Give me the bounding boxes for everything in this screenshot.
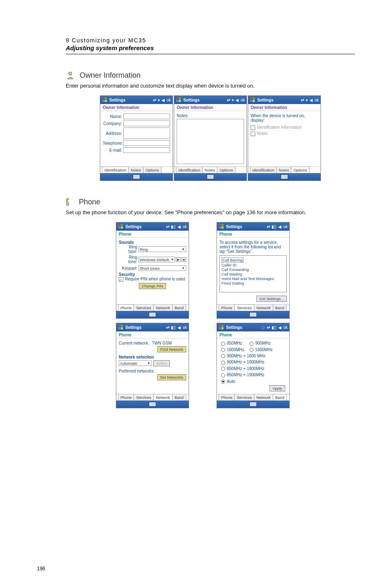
ok-button[interactable]: ok [283,325,288,330]
band-radio-850-1800[interactable] [221,367,225,371]
band-radio-850-1900[interactable] [221,373,225,377]
list-item[interactable]: Call Barring [221,257,244,263]
set-networks-button[interactable]: Set Networks [157,374,187,380]
loading-icon: ◌ [261,325,265,330]
owner-ident-body: Name: Company: Address: Telephone: E-mai… [100,111,173,167]
email-field[interactable] [123,147,170,153]
band-label: 1900MHz [255,347,273,352]
tab-phone[interactable]: Phone [118,304,134,311]
get-settings-button[interactable]: Get Settings... [256,296,287,302]
company-field[interactable] [123,120,170,126]
list-item[interactable]: Voice Mail and Text Messages [221,276,274,281]
network-mode-select[interactable]: Automatic [119,360,152,366]
apply-button[interactable]: Apply [270,385,285,391]
tab-phone[interactable]: Phone [219,394,235,400]
ident-info-checkbox[interactable] [251,125,255,130]
tab-network[interactable]: Network [153,304,173,311]
ok-button[interactable]: ok [182,325,187,330]
keyboard-icon[interactable] [207,174,214,179]
tab-services[interactable]: Services [234,394,254,400]
tab-band[interactable]: Band [172,304,186,311]
band-radio-900-1800[interactable] [221,354,225,358]
band-radio-900-1900[interactable] [221,361,225,365]
list-item[interactable]: Fixed Dialing [221,281,244,285]
ok-button[interactable]: ok [166,98,171,102]
keyboard-icon[interactable] [149,402,156,407]
address-field[interactable] [123,127,170,139]
ok-button[interactable]: ok [283,225,288,229]
stop-icon[interactable]: ■ [182,257,186,262]
phone-sounds-body: Sounds Ring type:Ring Ring tone:Windows … [116,238,189,304]
system-tray: ⇄ ▾ ◀ ok [301,98,319,102]
band-radio-850[interactable] [221,342,225,346]
svg-rect-28 [221,327,224,329]
ok-button[interactable]: ok [182,225,187,229]
band-label: 850MHz + 1900MHz [227,373,264,377]
band-radio-900[interactable] [249,342,254,346]
signal-icon: ▮▯ [272,225,277,229]
phone-band-body: 850MHz 900MHz 1800MHz 1900MHz 900MHz + 1… [217,338,289,394]
ringtone-select[interactable]: Windows Default [138,257,175,262]
soft-input-bar [100,173,173,181]
tab-band[interactable]: Band [273,394,287,400]
list-item[interactable]: Caller ID [221,263,237,267]
tab-band[interactable]: Band [273,304,287,311]
services-listbox[interactable]: Call Barring Caller ID Call Forwarding C… [219,255,287,292]
svg-rect-11 [250,100,252,102]
tab-network[interactable]: Network [254,304,273,311]
keyboard-icon[interactable] [281,174,288,179]
tab-identification[interactable]: Identification [176,167,203,173]
tab-identification[interactable]: Identification [102,167,129,173]
tab-notes[interactable]: Notes [202,167,217,173]
volume-icon: ◀ [278,225,281,229]
play-icon[interactable]: ▶ [176,257,181,262]
tab-notes[interactable]: Notes [276,167,291,173]
svg-rect-16 [121,227,123,229]
ok-button[interactable]: ok [240,98,245,102]
keypad-select[interactable]: Short tones [138,265,186,271]
band-radio-1800[interactable] [221,348,225,352]
keyboard-icon[interactable] [133,174,140,179]
notes-textarea[interactable] [177,119,244,164]
list-item[interactable]: Call Forwarding [221,267,249,272]
connectivity-icon: ⇄ [267,225,270,229]
header-chapter: 9 Customizing your MC35 [66,37,355,44]
titlebar: Settings ⇄▮▯◀ok [116,222,189,231]
tab-services[interactable]: Services [134,304,153,311]
tab-services[interactable]: Services [134,394,153,400]
phone-services-body: To access settings for a service, select… [217,238,289,304]
tab-network[interactable]: Network [254,394,273,400]
band-label: 900MHz + 1800 MHz [227,354,265,358]
require-pin-checkbox[interactable] [119,277,123,282]
ok-button[interactable]: ok [314,98,319,102]
band-label: Auto [227,379,235,384]
name-field[interactable] [123,113,170,119]
page-header: 9 Customizing your MC35 Adjusting system… [66,37,355,54]
keyboard-icon[interactable] [149,312,156,317]
notes-checkbox[interactable] [251,132,255,136]
tab-band[interactable]: Band [172,394,186,400]
list-item[interactable]: Call Waiting [221,272,242,276]
ringtype-select[interactable]: Ring [138,246,186,252]
telephone-field[interactable] [123,140,170,146]
titlebar-app: Settings [226,325,242,330]
tab-options[interactable]: Options [143,167,161,173]
owner-tabs: Identification Notes Options [100,167,173,173]
band-radio-auto[interactable] [221,380,225,384]
tab-phone[interactable]: Phone [219,304,235,311]
tab-options[interactable]: Options [217,167,235,173]
keyboard-icon[interactable] [249,402,257,407]
svg-rect-19 [219,227,221,229]
tab-notes[interactable]: Notes [128,167,143,173]
tab-options[interactable]: Options [291,167,309,173]
tab-network[interactable]: Network [153,394,173,400]
tab-identification[interactable]: Identification [250,167,277,173]
tab-services[interactable]: Services [234,304,254,311]
change-pin-button[interactable]: Change PIN [139,283,166,289]
tab-phone[interactable]: Phone [118,394,134,400]
company-label: Company: [103,121,123,126]
band-radio-1900[interactable] [249,348,254,352]
svg-rect-3 [102,100,104,102]
keyboard-icon[interactable] [249,312,257,317]
find-network-button[interactable]: Find Network [157,346,186,352]
